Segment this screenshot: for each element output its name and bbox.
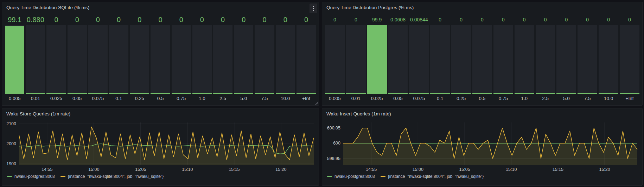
panel-header: Query Time Distribution Postgres (% ms) xyxy=(322,2,642,13)
time-series-chart[interactable]: 19002000210014:5515:0015:0515:1015:1515:… xyxy=(5,120,316,173)
bucket-label: 0.005 xyxy=(5,94,24,103)
panel-title[interactable]: Query Time Distribution Postgres (% ms) xyxy=(326,5,414,10)
svg-text:15:20: 15:20 xyxy=(599,167,610,172)
svg-text:15:10: 15:10 xyxy=(182,167,193,172)
panel-title[interactable]: Waku Store Queries (1m rate) xyxy=(6,111,70,116)
bar-value-label: 0 xyxy=(130,14,149,25)
svg-text:15:00: 15:00 xyxy=(413,167,423,172)
legend-series-swatch xyxy=(7,176,12,177)
bar-row xyxy=(325,25,639,94)
bucket-label: 0.01 xyxy=(26,94,45,103)
panel-title[interactable]: Waku Insert Queries (1m rate) xyxy=(326,111,391,116)
svg-text:1900: 1900 xyxy=(6,161,16,166)
bucket-label: +Inf xyxy=(297,94,316,103)
time-series-chart[interactable]: 599.95600600.0514:5515:0015:0515:1015:15… xyxy=(325,120,639,173)
bucket-label: 0.075 xyxy=(409,94,429,103)
bucket-label: 0.025 xyxy=(367,94,387,103)
bucket-label: 2.5 xyxy=(536,94,555,103)
svg-text:599.95: 599.95 xyxy=(327,156,340,161)
bucket-label: 1.0 xyxy=(515,94,534,103)
kebab-menu-icon xyxy=(313,10,314,11)
legend-series-swatch xyxy=(327,176,332,177)
svg-text:2100: 2100 xyxy=(6,121,16,126)
svg-text:15:20: 15:20 xyxy=(275,167,286,172)
panel-query-time-sqlite: Query Time Distribution SQLite (% ms) 99… xyxy=(2,2,319,106)
histogram-bar-fill xyxy=(213,93,232,94)
histogram-bar xyxy=(46,25,66,94)
histogram-bar-fill xyxy=(26,93,45,94)
bucket-label: 5.0 xyxy=(234,94,253,103)
bucket-label: 0.005 xyxy=(325,94,345,103)
bucket-label: +Inf xyxy=(620,94,639,103)
histogram-bar-fill xyxy=(388,93,408,94)
bar-value-row: 99.10.8800000000000000 xyxy=(5,14,316,25)
legend-item[interactable]: {instance="nwaku-sqlite:8004", job="nwak… xyxy=(60,174,164,179)
histogram-bar-fill xyxy=(620,93,639,94)
legend-item[interactable]: nwaku-postgres:8003 xyxy=(7,174,55,179)
legend-item[interactable]: {instance="nwaku-sqlite:8004", job="nwak… xyxy=(381,174,484,179)
histogram-bar xyxy=(388,25,408,94)
panel-menu-button[interactable] xyxy=(310,4,317,13)
bar-value-label: 0 xyxy=(68,14,87,25)
histogram-bar xyxy=(192,25,212,94)
histogram-bar-fill xyxy=(5,26,24,94)
histogram-bar xyxy=(430,25,450,94)
histogram-bar xyxy=(472,25,492,94)
bar-value-label: 0 xyxy=(151,14,170,25)
bucket-label: 0.05 xyxy=(388,94,408,103)
svg-text:15:15: 15:15 xyxy=(229,167,240,172)
chart-legend: nwaku-postgres:8003{instance="nwaku-sqli… xyxy=(5,173,316,181)
histogram-bar-fill xyxy=(130,93,149,94)
legend-series-label[interactable]: {instance="nwaku-sqlite:8004", job="nwak… xyxy=(388,174,484,179)
histogram-bar xyxy=(493,25,513,94)
histogram-bar-fill xyxy=(578,93,597,94)
panel-waku-insert-queries: Waku Insert Queries (1m rate) 599.956006… xyxy=(322,108,643,186)
bar-value-label: 0 xyxy=(46,14,66,25)
bucket-label: 0.01 xyxy=(346,94,366,103)
histogram-bar-fill xyxy=(430,93,450,94)
bar-value-label: 0 xyxy=(346,14,366,25)
histogram-bar xyxy=(5,25,24,94)
legend-series-swatch xyxy=(381,176,385,177)
bucket-label-row: 0.0050.010.0250.050.0750.10.250.50.751.0… xyxy=(5,94,316,103)
legend-series-label[interactable]: nwaku-postgres:8003 xyxy=(14,174,55,179)
histogram-bar xyxy=(409,25,429,94)
dashboard-grid: Query Time Distribution SQLite (% ms) 99… xyxy=(0,0,644,187)
legend-series-label[interactable]: {instance="nwaku-sqlite:8004", job="nwak… xyxy=(68,174,164,179)
legend-item[interactable]: nwaku-postgres:8003 xyxy=(327,174,375,179)
bar-value-label: 0 xyxy=(255,14,274,25)
panel-title[interactable]: Query Time Distribution SQLite (% ms) xyxy=(6,5,89,10)
svg-text:600.05: 600.05 xyxy=(327,126,340,131)
histogram-bar-fill xyxy=(297,93,316,94)
bucket-label: 0.75 xyxy=(493,94,513,103)
legend-series-label[interactable]: nwaku-postgres:8003 xyxy=(334,174,375,179)
bar-value-label: 99.1 xyxy=(5,14,24,25)
histogram-bar-fill xyxy=(346,93,366,94)
histogram-bar xyxy=(88,25,108,94)
histogram-bar xyxy=(109,25,128,94)
panel-resize-handle[interactable] xyxy=(315,101,318,105)
bar-value-label: 0 xyxy=(536,14,555,25)
histogram-bar-fill xyxy=(536,93,555,94)
histogram-bar-fill xyxy=(276,93,295,94)
bar-value-label: 0 xyxy=(297,14,316,25)
histogram-bar-fill xyxy=(556,93,576,94)
bar-value-label: 0.00844 xyxy=(409,14,429,25)
bucket-label-row: 0.0050.010.0250.050.0750.10.250.50.751.0… xyxy=(325,94,639,103)
bucket-label: 0.05 xyxy=(68,94,87,103)
bucket-label: 0.25 xyxy=(130,94,149,103)
histogram-bar xyxy=(297,25,316,94)
svg-text:14:55: 14:55 xyxy=(42,167,52,172)
bucket-label: 1.0 xyxy=(192,94,212,103)
time-series-wrap: 599.95600600.0514:5515:0015:0515:1015:15… xyxy=(322,119,642,185)
kebab-menu-icon xyxy=(313,6,314,7)
histogram-bar xyxy=(620,25,639,94)
panel-header: Waku Insert Queries (1m rate) xyxy=(322,108,642,119)
bucket-label: 7.5 xyxy=(578,94,597,103)
bar-gauge-sqlite: 99.10.8800000000000000 0.0050.010.0250.0… xyxy=(2,13,319,105)
bar-value-label: 0 xyxy=(620,14,639,25)
bar-row xyxy=(5,25,316,94)
bar-gauge-postgres: 0099.90.06080.008440000000000 0.0050.010… xyxy=(322,13,642,105)
svg-text:15:10: 15:10 xyxy=(506,167,517,172)
bar-value-label: 0 xyxy=(325,14,345,25)
